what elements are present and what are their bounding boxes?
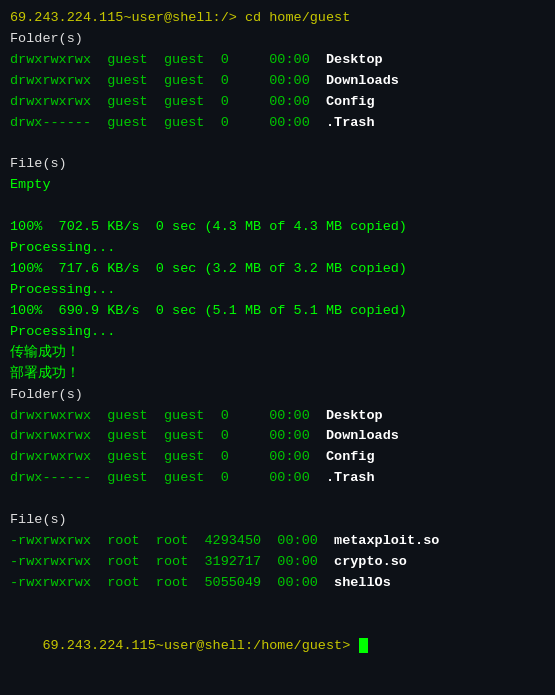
files1-empty: Empty [10,175,545,196]
terminal: 69.243.224.115~user@shell:/> cd home/gue… [10,8,545,687]
processing3: Processing... [10,322,545,343]
processing2: Processing... [10,280,545,301]
folder1-row-2: drwxrwxrwx guest guest 0 00:00 Config [10,92,545,113]
folder2-row-1: drwxrwxrwx guest guest 0 00:00 Downloads [10,426,545,447]
files1-label: File(s) [10,154,545,175]
file2-row-0: -rwxrwxrwx root root 4293450 00:00 metax… [10,531,545,552]
processing1: Processing... [10,238,545,259]
cursor [359,638,368,653]
folder2-row-3: drwx------ guest guest 0 00:00 .Trash [10,468,545,489]
progress3: 100% 690.9 KB/s 0 sec (5.1 MB of 5.1 MB … [10,301,545,322]
transfer-success: 传输成功！ [10,343,545,364]
progress2: 100% 717.6 KB/s 0 sec (3.2 MB of 3.2 MB … [10,259,545,280]
folders2-label: Folder(s) [10,385,545,406]
file2-row-1: -rwxrwxrwx root root 3192717 00:00 crypt… [10,552,545,573]
folder1-row-1: drwxrwxrwx guest guest 0 00:00 Downloads [10,71,545,92]
prompt-bottom-text: 69.243.224.115~user@shell:/home/guest> [42,638,358,653]
folder2-row-2: drwxrwxrwx guest guest 0 00:00 Config [10,447,545,468]
file2-row-2: -rwxrwxrwx root root 5055049 00:00 shell… [10,573,545,594]
prompt-bottom[interactable]: 69.243.224.115~user@shell:/home/guest> [10,615,545,678]
progress1: 100% 702.5 KB/s 0 sec (4.3 MB of 4.3 MB … [10,217,545,238]
folder1-row-0: drwxrwxrwx guest guest 0 00:00 Desktop [10,50,545,71]
deploy-success: 部署成功！ [10,364,545,385]
prompt-top: 69.243.224.115~user@shell:/> cd home/gue… [10,8,545,29]
folder1-row-3: drwx------ guest guest 0 00:00 .Trash [10,113,545,134]
folders1-label: Folder(s) [10,29,545,50]
files2-label: File(s) [10,510,545,531]
folder2-row-0: drwxrwxrwx guest guest 0 00:00 Desktop [10,406,545,427]
